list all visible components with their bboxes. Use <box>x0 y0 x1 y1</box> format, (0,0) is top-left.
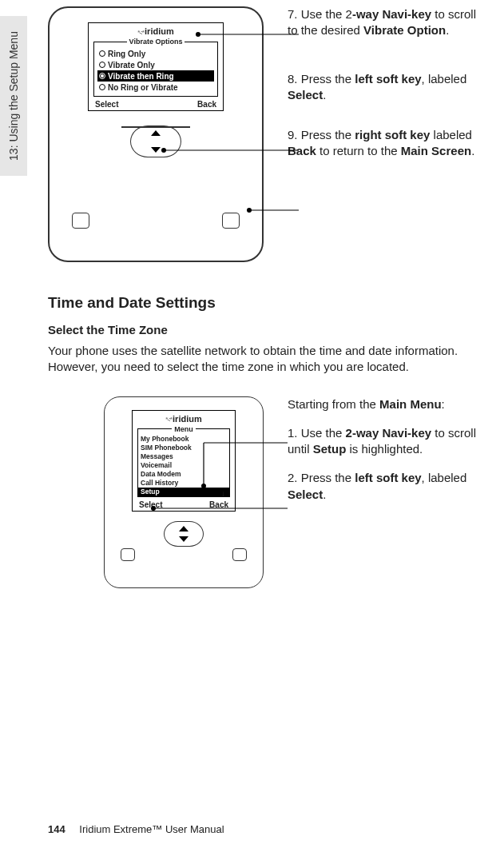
chapter-tab: 13: Using the Setup Menu <box>0 16 27 176</box>
navi-key-2[interactable] <box>164 521 204 547</box>
menu-call-history[interactable]: Call History <box>138 479 229 488</box>
steps-7-9: 7. Use the 2-way Navi-key to scroll to t… <box>288 6 488 184</box>
row-menu: iridium Menu My Phonebook SIM Phonebook … <box>48 396 488 588</box>
phone1-softkey-left[interactable]: Select <box>95 100 118 109</box>
left-soft-key-button[interactable] <box>72 213 89 229</box>
page-footer: 144 Iridium Extreme™ User Manual <box>48 823 224 835</box>
menu-sim-phonebook[interactable]: SIM Phonebook <box>138 444 229 452</box>
nav-up-icon <box>151 130 161 136</box>
chapter-tab-label: 13: Using the Setup Menu <box>7 31 20 161</box>
left-soft-key-button-2[interactable] <box>121 548 135 561</box>
step-1: 1. Use the 2-way Navi-key to scroll unti… <box>288 425 488 458</box>
sub-heading: Select the Time Zone <box>48 323 488 336</box>
menu-setup[interactable]: Setup <box>138 488 229 496</box>
lead-line: Starting from the Main Menu: <box>288 396 488 412</box>
step-8: 8. Press the left soft key, labeled Sele… <box>288 71 488 104</box>
menu-data-modem[interactable]: Data Modem <box>138 470 229 479</box>
phone-illustration-2: iridium Menu My Phonebook SIM Phonebook … <box>104 396 264 588</box>
phone2-softkey-right[interactable]: Back <box>209 500 228 509</box>
menu-my-phonebook[interactable]: My Phonebook <box>138 435 229 444</box>
step-2: 2. Press the left soft key, labeled Sele… <box>288 470 488 503</box>
phone2-softkey-left[interactable]: Select <box>139 500 162 509</box>
page: 13: Using the Setup Menu iridium Vibrate… <box>0 0 504 856</box>
row-vibrate: iridium Vibrate Options Ring Only Vibrat… <box>48 6 488 262</box>
scroll-down-icon: ↓ <box>221 489 225 498</box>
step-7: 7. Use the 2-way Navi-key to scroll to t… <box>288 6 488 39</box>
phone1-softkey-right[interactable]: Back <box>197 100 216 109</box>
phone2-legend: Menu <box>172 425 196 433</box>
right-soft-key-button-2[interactable] <box>232 548 247 561</box>
intro-paragraph: Your phone uses the satellite network to… <box>48 343 479 376</box>
menu-voicemail[interactable]: Voicemail <box>138 461 229 470</box>
right-soft-key-button[interactable] <box>222 213 240 229</box>
phone1-brand: iridium <box>89 26 223 36</box>
footer-title: Iridium Extreme™ User Manual <box>79 823 224 835</box>
option-vibrate-then-ring[interactable]: Vibrate then Ring <box>97 70 214 82</box>
section-heading: Time and Date Settings <box>48 294 488 312</box>
option-ring-only[interactable]: Ring Only <box>97 48 214 59</box>
nav-up-icon-2 <box>179 526 189 532</box>
phone1-screen: iridium Vibrate Options Ring Only Vibrat… <box>88 22 224 111</box>
step-9: 9. Press the right soft key labeled Back… <box>288 127 488 160</box>
steps-1-2: Starting from the Main Menu: 1. Use the … <box>288 396 488 516</box>
option-no-ring-or-vibrate[interactable]: No Ring or Vibrate <box>97 82 214 93</box>
nav-down-icon-2 <box>179 536 189 542</box>
phone2-screen: iridium Menu My Phonebook SIM Phonebook … <box>132 410 236 512</box>
phone2-brand: iridium <box>133 414 235 424</box>
page-number: 144 <box>48 823 65 835</box>
nav-down-icon <box>151 147 161 153</box>
navi-key[interactable] <box>130 125 181 157</box>
phone-illustration-1: iridium Vibrate Options Ring Only Vibrat… <box>48 6 264 262</box>
content-area: iridium Vibrate Options Ring Only Vibrat… <box>48 6 488 588</box>
option-vibrate-only[interactable]: Vibrate Only <box>97 59 214 70</box>
phone1-legend: Vibrate Options <box>127 38 185 46</box>
menu-messages[interactable]: Messages <box>138 452 229 461</box>
